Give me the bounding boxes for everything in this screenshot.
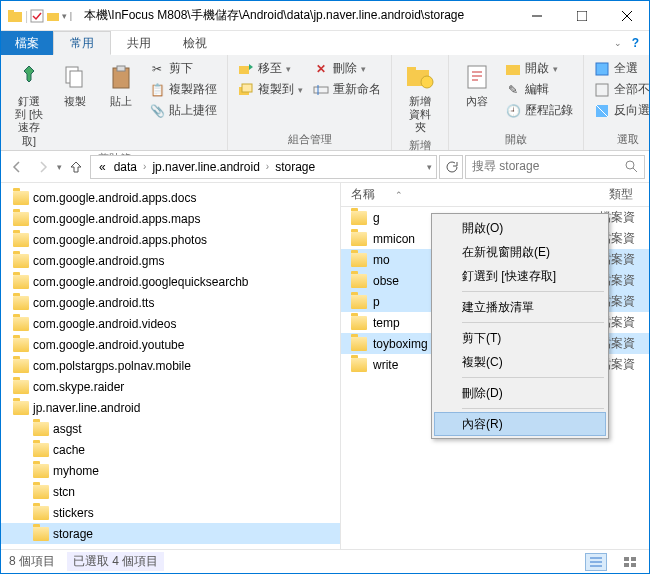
svg-rect-12 xyxy=(314,87,328,93)
pin-quickaccess-button[interactable]: 釘選到 [快速存取] xyxy=(9,59,49,150)
tree-item[interactable]: storage xyxy=(1,523,340,544)
tree-item-label: com.google.android.apps.photos xyxy=(33,233,207,247)
tree-item[interactable]: com.skype.raider xyxy=(1,376,340,397)
maximize-button[interactable] xyxy=(559,1,604,30)
move-to-button[interactable]: 移至▾ xyxy=(236,59,305,78)
copy-button[interactable]: 複製 xyxy=(55,59,95,110)
history-button[interactable]: 🕘歷程記錄 xyxy=(503,101,575,120)
help-icon[interactable]: ? xyxy=(632,36,639,50)
close-button[interactable] xyxy=(604,1,649,30)
separator xyxy=(462,408,604,409)
tree-item-label: com.polstargps.polnav.mobile xyxy=(33,359,191,373)
overflow-icon[interactable] xyxy=(46,9,60,23)
nav-up-button[interactable] xyxy=(64,155,88,179)
tree-item[interactable]: myhome xyxy=(1,460,340,481)
tree-item-label: com.skype.raider xyxy=(33,380,124,394)
crumb-dropdown[interactable]: ▾ xyxy=(427,162,432,172)
tree-item-label: myhome xyxy=(53,464,99,478)
folder-icon xyxy=(7,8,23,24)
tree-item[interactable]: stcn xyxy=(1,481,340,502)
tree-item[interactable]: com.google.android.videos xyxy=(1,313,340,334)
crumb-root[interactable]: « xyxy=(95,160,110,174)
folder-icon xyxy=(351,295,367,309)
copy-to-button[interactable]: 複製到▾ xyxy=(236,80,305,99)
delete-button[interactable]: ✕刪除▾ xyxy=(311,59,383,78)
nav-back-button[interactable] xyxy=(5,155,29,179)
tree-item-label: stcn xyxy=(53,485,75,499)
ctx-open-new-window[interactable]: 在新視窗開啟(E) xyxy=(434,240,606,264)
nav-history-dropdown[interactable]: ▾ xyxy=(57,162,62,172)
ctx-cut[interactable]: 剪下(T) xyxy=(434,326,606,350)
svg-rect-19 xyxy=(596,63,608,75)
search-placeholder: 搜尋 storage xyxy=(472,158,539,175)
edit-button[interactable]: ✎編輯 xyxy=(503,80,575,99)
tab-view[interactable]: 檢視 xyxy=(167,31,223,55)
refresh-button[interactable] xyxy=(439,155,463,179)
folder-icon xyxy=(13,359,29,373)
open-button[interactable]: 開啟▾ xyxy=(503,59,575,78)
tree-item[interactable]: com.google.android.apps.photos xyxy=(1,229,340,250)
minimize-button[interactable] xyxy=(514,1,559,30)
ctx-delete[interactable]: 刪除(D) xyxy=(434,381,606,405)
svg-rect-1 xyxy=(8,10,14,13)
paste-shortcut-button[interactable]: 📎貼上捷徑 xyxy=(147,101,219,120)
tree-item[interactable]: jp.naver.line.android xyxy=(1,397,340,418)
folder-icon xyxy=(351,358,367,372)
folder-icon xyxy=(33,527,49,541)
copy-icon xyxy=(59,61,91,93)
ctx-properties[interactable]: 內容(R) xyxy=(434,412,606,436)
ribbon-collapse-icon[interactable]: ⌄ xyxy=(614,38,622,48)
svg-rect-0 xyxy=(8,12,22,22)
sort-asc-icon[interactable]: ⌃ xyxy=(395,190,403,200)
view-icons-button[interactable] xyxy=(619,553,641,571)
select-none-button[interactable]: 全部不選 xyxy=(592,80,650,99)
col-name[interactable]: 名稱 xyxy=(351,186,375,203)
crumb-item[interactable]: jp.naver.line.android xyxy=(148,160,263,174)
list-header[interactable]: 名稱⌃ 類型 xyxy=(341,183,649,207)
scissors-icon: ✂ xyxy=(149,61,165,77)
tree-item[interactable]: com.polstargps.polnav.mobile xyxy=(1,355,340,376)
new-folder-button[interactable]: 新增資料夾 xyxy=(400,59,440,137)
tab-home[interactable]: 常用 xyxy=(53,31,111,55)
properties-button[interactable]: 內容 xyxy=(457,59,497,110)
paste-button[interactable]: 貼上 xyxy=(101,59,141,110)
checkbox-icon[interactable] xyxy=(30,9,44,23)
tree-item[interactable]: cache xyxy=(1,439,340,460)
view-details-button[interactable] xyxy=(585,553,607,571)
svg-rect-20 xyxy=(596,84,608,96)
tree-item[interactable]: com.google.android.youtube xyxy=(1,334,340,355)
cut-button[interactable]: ✂剪下 xyxy=(147,59,219,78)
folder-icon xyxy=(13,254,29,268)
folder-icon xyxy=(351,232,367,246)
folder-icon xyxy=(13,191,29,205)
rename-button[interactable]: 重新命名 xyxy=(311,80,383,99)
ctx-create-playlist[interactable]: 建立播放清單 xyxy=(434,295,606,319)
invert-selection-button[interactable]: 反向選擇 xyxy=(592,101,650,120)
nav-forward-button[interactable] xyxy=(31,155,55,179)
ctx-pin-quickaccess[interactable]: 釘選到 [快速存取] xyxy=(434,264,606,288)
tree-item[interactable]: com.google.android.apps.docs xyxy=(1,187,340,208)
svg-rect-3 xyxy=(47,13,59,21)
ctx-open[interactable]: 開啟(O) xyxy=(434,216,606,240)
crumb-item[interactable]: storage xyxy=(271,160,319,174)
tree-item[interactable]: stickers xyxy=(1,502,340,523)
tree-item[interactable]: com.google.android.googlequicksearchb xyxy=(1,271,340,292)
select-all-button[interactable]: 全選 xyxy=(592,59,650,78)
qat-dropdown[interactable]: ▾ | xyxy=(62,11,72,21)
group-label: 開啟 xyxy=(457,131,575,148)
tree-item[interactable]: asgst xyxy=(1,418,340,439)
tree-item[interactable]: com.google.android.tts xyxy=(1,292,340,313)
tab-share[interactable]: 共用 xyxy=(111,31,167,55)
tab-file[interactable]: 檔案 xyxy=(1,31,53,55)
search-input[interactable]: 搜尋 storage xyxy=(465,155,645,179)
copy-path-button[interactable]: 📋複製路徑 xyxy=(147,80,219,99)
nav-tree[interactable]: com.google.android.apps.docscom.google.a… xyxy=(1,183,341,549)
pin-icon xyxy=(13,61,45,93)
breadcrumb[interactable]: « data› jp.naver.line.android› storage ▾ xyxy=(90,155,437,179)
tree-item[interactable]: com.google.android.apps.maps xyxy=(1,208,340,229)
ctx-copy[interactable]: 複製(C) xyxy=(434,350,606,374)
folder-icon xyxy=(33,506,49,520)
col-type[interactable]: 類型 xyxy=(599,186,649,203)
tree-item[interactable]: com.google.android.gms xyxy=(1,250,340,271)
crumb-item[interactable]: data xyxy=(110,160,141,174)
